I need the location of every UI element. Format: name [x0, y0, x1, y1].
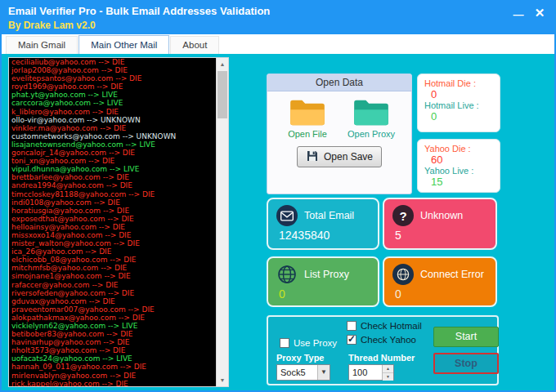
- email-list-item[interactable]: jorlap2008@yahoo.com --> DIE: [9, 66, 216, 74]
- email-list-item[interactable]: customnetworks@yahoo.com --> UNKNOWN: [9, 132, 216, 140]
- email-list-rows: cecilialiub@yahoo.com --> DIEjorlap2008@…: [9, 58, 216, 386]
- connect-error-card: Connect Error 0: [383, 256, 497, 307]
- email-list-item[interactable]: mister_walton@yahoo.com --> DIE: [9, 239, 216, 247]
- control-panel: Use Proxy Check Hotmail Check Yahoo Prox…: [267, 315, 499, 385]
- email-list-item[interactable]: rafaccer@yahoo.com --> DIE: [9, 281, 216, 289]
- check-yahoo-checkbox[interactable]: Check Yahoo: [347, 335, 416, 345]
- open-file-label: Open File: [282, 129, 333, 139]
- hotmail-live-value: 0: [424, 110, 493, 122]
- email-list-item[interactable]: brettbarlee@yahoo.com --> DIE: [9, 173, 216, 181]
- open-data-title: Open Data: [267, 74, 411, 91]
- open-proxy-button[interactable]: Open Proxy: [346, 98, 397, 139]
- folder-open-icon: [282, 98, 333, 127]
- spin-down-icon[interactable]: ▼: [383, 373, 393, 381]
- email-list-item[interactable]: lisajanetownsend@yahoo.com --> LIVE: [9, 140, 216, 149]
- email-list-item[interactable]: indi0108@yahoo.com --> DIE: [9, 198, 216, 207]
- email-list-item[interactable]: elchicobb_08@yahoo.com --> DIE: [9, 256, 216, 264]
- connect-error-value: 0: [384, 285, 495, 301]
- email-list-item[interactable]: ollo-vir@yahoo.com --> UNKNOWN: [9, 116, 216, 124]
- hotmail-stats-box: Hotmail Die : 0 Hotmail Live : 0: [417, 74, 500, 132]
- email-list-item[interactable]: mirlenvablyn@yahoo.com --> DIE: [9, 372, 216, 380]
- proxy-type-label: Proxy Type: [276, 353, 325, 363]
- thread-number-stepper[interactable]: 100 ▲ ▼: [348, 364, 394, 381]
- minimize-icon[interactable]: —: [510, 6, 527, 20]
- proxy-type-value: Sock5: [277, 368, 317, 377]
- scroll-up-icon[interactable]: ▲: [217, 58, 228, 70]
- scrollbar-thumb[interactable]: [217, 71, 227, 118]
- email-list-item[interactable]: andrea1994@yahoo.com --> DIE: [9, 181, 216, 189]
- tab-main-gmail[interactable]: Main Gmail: [6, 36, 78, 54]
- email-list-item[interactable]: royd1969@yahoo.com --> DIE: [9, 82, 216, 91]
- hotmail-die-value: 0: [424, 88, 493, 100]
- scroll-down-icon[interactable]: ▼: [217, 374, 228, 386]
- yahoo-live-label: Yahoo Live :: [424, 166, 493, 176]
- email-list-item[interactable]: k_liblero@yahoo.com --> DIE: [9, 108, 216, 116]
- email-list-item[interactable]: cecilialiub@yahoo.com --> DIE: [9, 58, 216, 66]
- check-hotmail-label: Check Hotmail: [361, 321, 422, 331]
- check-yahoo-checkbox-box[interactable]: [347, 335, 356, 345]
- use-proxy-checkbox[interactable]: Use Proxy: [280, 338, 337, 348]
- close-icon[interactable]: ✕: [531, 6, 548, 20]
- list-proxy-card: List Proxy 0: [267, 256, 379, 307]
- open-proxy-label: Open Proxy: [346, 129, 397, 139]
- use-proxy-checkbox-box[interactable]: [280, 338, 289, 348]
- tab-about[interactable]: About: [170, 36, 219, 54]
- thread-number-value: 100: [349, 368, 382, 377]
- email-list-item[interactable]: timccloskey81188@yahoo.com --> DIE: [9, 190, 216, 198]
- hotmail-live-label: Hotmail Live :: [424, 100, 493, 110]
- save-floppy-icon: [306, 149, 319, 165]
- email-list-item[interactable]: toni_xn@yahoo.com --> DIE: [9, 157, 216, 165]
- email-list-item[interactable]: alokpathakmax@yahoo.com --> DIE: [9, 314, 216, 322]
- email-list-item[interactable]: evelitepsantos@yahoo.com --> DIE: [9, 74, 216, 82]
- check-hotmail-checkbox[interactable]: Check Hotmail: [347, 321, 422, 331]
- spin-up-icon[interactable]: ▲: [383, 365, 393, 373]
- email-list-item[interactable]: exposedthat@yahoo.com --> DIE: [9, 215, 216, 223]
- start-button[interactable]: Start: [433, 327, 499, 347]
- email-list-item[interactable]: rick.kappel@yahoo.com --> DIE: [9, 380, 216, 386]
- open-save-button[interactable]: Open Save: [297, 146, 382, 167]
- email-list-item[interactable]: gduvax@yahoo.com --> DIE: [9, 297, 216, 305]
- email-list-item[interactable]: phat.yt@yahoo.com --> LIVE: [9, 91, 216, 99]
- titlebar: Email Verifier Pro - Bulk Email Addresse…: [2, 2, 554, 34]
- open-save-label: Open Save: [324, 151, 373, 163]
- open-data-panel: Open Data Open File: [267, 74, 412, 194]
- email-list-item[interactable]: mitchmfsb@yahoo.com --> DIE: [9, 264, 216, 272]
- email-results-listbox[interactable]: cecilialiub@yahoo.com --> DIEjorlap2008@…: [8, 57, 229, 387]
- email-list-item[interactable]: carccora@yahoo.com --> LIVE: [9, 99, 216, 107]
- tab-main-other-mail[interactable]: Main Other Mail: [78, 35, 169, 54]
- email-list-item[interactable]: hannah_09_011@yahoo.com --> DIE: [9, 363, 216, 371]
- email-list-item[interactable]: vipul.dhunna@yahoo.com --> LIVE: [9, 165, 216, 173]
- yahoo-die-value: 60: [424, 154, 493, 166]
- question-mark-icon: ?: [392, 205, 414, 226]
- email-list-item[interactable]: helloainsy@yahoo.com --> DIE: [9, 223, 216, 231]
- email-list-item[interactable]: vickielynn62@yahoo.com --> LIVE: [9, 322, 216, 330]
- email-list-item[interactable]: uofacats24@yahoo.com --> LIVE: [9, 354, 216, 363]
- folder-proxy-icon: [346, 98, 397, 127]
- email-list-item[interactable]: goncalojr_14@yahoo.com --> DIE: [9, 149, 216, 157]
- email-list-item[interactable]: vinkler.ma@yahoo.com --> DIE: [9, 124, 216, 132]
- email-list-item[interactable]: praveentomar007@yahoo.com --> DIE: [9, 305, 216, 314]
- globe-icon: [276, 264, 298, 285]
- chevron-down-icon[interactable]: ▼: [317, 365, 330, 380]
- email-list-item[interactable]: ica_26@yahoo.com --> DIE: [9, 247, 216, 256]
- email-list-item[interactable]: havinarhup@yahoo.com --> DIE: [9, 338, 216, 346]
- tab-strip: Main Gmail Main Other Mail About: [2, 34, 554, 54]
- email-list-item[interactable]: nholt3573@yahoo.com --> DIE: [9, 346, 216, 354]
- hotmail-die-label: Hotmail Die :: [424, 78, 493, 88]
- email-list-item[interactable]: riversofeden@yahoo.com --> DIE: [9, 289, 216, 297]
- email-list-item[interactable]: simojnane1@yahoo.com --> DIE: [9, 272, 216, 280]
- check-hotmail-checkbox-box[interactable]: [347, 321, 356, 331]
- proxy-type-select[interactable]: Sock5 ▼: [276, 364, 330, 381]
- connect-error-label: Connect Error: [420, 269, 484, 280]
- window-subtitle: By Drake Lam v2.0: [8, 20, 96, 31]
- open-file-button[interactable]: Open File: [282, 98, 333, 139]
- unknown-card: ? Unknown 5: [383, 198, 497, 250]
- email-list-item[interactable]: betibober83@yahoo.com --> DIE: [9, 330, 216, 338]
- stop-button[interactable]: Stop: [433, 353, 499, 374]
- email-list-item[interactable]: missxoxo14@yahoo.com --> DIE: [9, 231, 216, 239]
- email-list-item[interactable]: horatiusgia@yahoo.com --> DIE: [9, 207, 216, 215]
- unknown-label: Unknown: [420, 210, 463, 221]
- total-email-card: Total Email 12435840: [267, 198, 379, 250]
- list-scrollbar[interactable]: ▲ ▼: [216, 58, 228, 386]
- list-proxy-label: List Proxy: [304, 269, 349, 280]
